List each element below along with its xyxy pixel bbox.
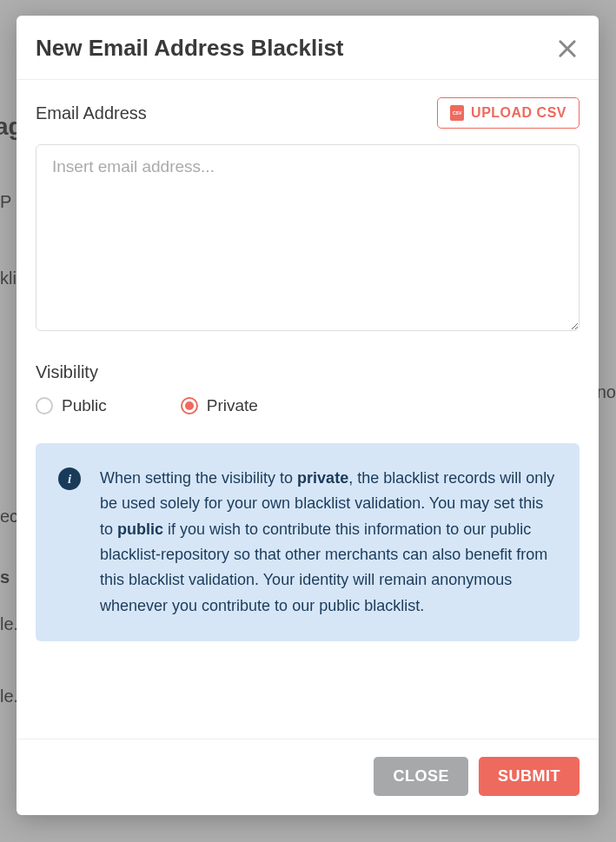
info-icon: i bbox=[58, 467, 81, 490]
email-address-label: Email Address bbox=[36, 103, 147, 123]
visibility-info-text: When setting the visibility to private, … bbox=[100, 466, 557, 619]
visibility-label: Visibility bbox=[36, 362, 580, 382]
modal-body: Email Address UPLOAD CSV Visibility Publ… bbox=[17, 80, 599, 739]
upload-csv-label: UPLOAD CSV bbox=[471, 105, 566, 121]
modal-footer: CLOSE SUBMIT bbox=[17, 739, 599, 815]
visibility-info-box: i When setting the visibility to private… bbox=[36, 443, 580, 641]
email-address-input[interactable] bbox=[36, 144, 580, 331]
radio-checked-icon bbox=[181, 397, 198, 414]
radio-icon bbox=[36, 397, 53, 414]
close-icon[interactable] bbox=[555, 36, 580, 61]
csv-file-icon bbox=[450, 105, 464, 121]
visibility-private-label: Private bbox=[207, 396, 258, 415]
submit-button[interactable]: SUBMIT bbox=[479, 757, 580, 796]
close-button[interactable]: CLOSE bbox=[374, 757, 468, 796]
upload-csv-button[interactable]: UPLOAD CSV bbox=[437, 97, 580, 129]
modal-header: New Email Address Blacklist bbox=[17, 16, 599, 80]
visibility-radio-group: Public Private bbox=[36, 396, 580, 415]
new-blacklist-modal: New Email Address Blacklist Email Addres… bbox=[17, 16, 599, 815]
visibility-public-label: Public bbox=[62, 396, 107, 415]
visibility-public-option[interactable]: Public bbox=[36, 396, 107, 415]
modal-title: New Email Address Blacklist bbox=[36, 35, 344, 62]
visibility-private-option[interactable]: Private bbox=[181, 396, 258, 415]
